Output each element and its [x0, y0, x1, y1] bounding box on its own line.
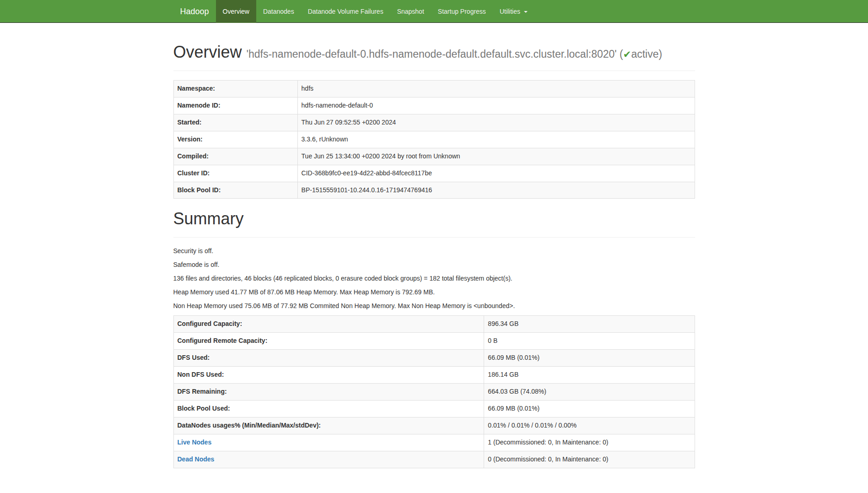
table-row: Version:3.3.6, rUnknown: [173, 131, 695, 148]
live-nodes-link[interactable]: Live Nodes: [178, 439, 212, 446]
caret-down-icon: [524, 11, 528, 13]
row-value: 0 B: [484, 332, 695, 349]
row-value: 896.34 GB: [484, 316, 695, 333]
table-row: Started:Thu Jun 27 09:52:55 +0200 2024: [173, 114, 695, 131]
row-value: 0.01% / 0.01% / 0.01% / 0.00%: [484, 417, 695, 434]
nav-item-label: Startup Progress: [438, 8, 486, 15]
row-value: 186.14 GB: [484, 366, 695, 383]
row-label-cell: Configured Remote Capacity:: [173, 332, 484, 349]
row-value: 66.09 MB (0.01%): [484, 400, 695, 417]
nav-item-datanode-volume-failures[interactable]: Datanode Volume Failures: [301, 0, 390, 23]
row-label-cell: Block Pool Used:: [173, 400, 484, 417]
row-label: Version:: [178, 135, 203, 143]
page-title-text: Overview: [173, 43, 242, 61]
table-row: Namenode ID:hdfs-namenode-default-0: [173, 97, 695, 114]
row-value: 1 (Decommissioned: 0, In Maintenance: 0): [484, 434, 695, 451]
nav-item-startup-progress[interactable]: Startup Progress: [431, 0, 493, 23]
row-value: BP-1515559101-10.244.0.16-1719474769416: [297, 182, 695, 199]
summary-paragraph: 136 files and directories, 46 blocks (46…: [173, 274, 695, 283]
row-label-cell: Cluster ID:: [173, 165, 297, 182]
nav-item-label: Datanodes: [263, 8, 294, 15]
row-value: hdfs-namenode-default-0: [297, 97, 695, 114]
status-label: active): [631, 48, 662, 60]
summary-paragraph: Heap Memory used 41.77 MB of 87.06 MB He…: [173, 288, 695, 297]
row-value: CID-368b9fc0-ee19-4d22-abbd-84fcec8117be: [297, 165, 695, 182]
nav-item-datanodes[interactable]: Datanodes: [256, 0, 301, 23]
row-label-cell: Started:: [173, 114, 297, 131]
table-row: Live Nodes1 (Decommissioned: 0, In Maint…: [173, 434, 695, 451]
page-title: Overview 'hdfs-namenode-default-0.hdfs-n…: [173, 43, 695, 61]
nav-item-overview[interactable]: Overview: [216, 0, 256, 23]
table-row: DFS Remaining:664.03 GB (74.08%): [173, 383, 695, 400]
summary-title: Summary: [173, 210, 695, 228]
table-row: Configured Remote Capacity:0 B: [173, 332, 695, 349]
summary-paragraph: Safemode is off.: [173, 260, 695, 270]
navbar: Hadoop OverviewDatanodesDatanode Volume …: [0, 0, 868, 23]
status-open-paren: (: [620, 48, 623, 60]
row-label: Non DFS Used:: [178, 371, 224, 378]
table-row: Cluster ID:CID-368b9fc0-ee19-4d22-abbd-8…: [173, 165, 695, 182]
brand-hadoop[interactable]: Hadoop: [173, 0, 216, 23]
row-label-cell: Non DFS Used:: [173, 366, 484, 383]
table-row: DataNodes usages% (Min/Median/Max/stdDev…: [173, 417, 695, 434]
row-label: Namenode ID:: [178, 102, 221, 109]
table-row: Namespace:hdfs: [173, 80, 695, 97]
row-label-cell: DFS Used:: [173, 349, 484, 366]
summary-paragraph: Non Heap Memory used 75.06 MB of 77.92 M…: [173, 302, 695, 311]
row-label: DFS Used:: [178, 354, 210, 361]
summary-paragraph: Security is off.: [173, 247, 695, 256]
namenode-info-table: Namespace:hdfsNamenode ID:hdfs-namenode-…: [173, 80, 695, 199]
row-label-cell: Version:: [173, 131, 297, 148]
nav-item-label: Datanode Volume Failures: [308, 8, 383, 15]
navbar-menu: OverviewDatanodesDatanode Volume Failure…: [216, 0, 534, 23]
row-label: Block Pool Used:: [178, 405, 230, 412]
row-label: Namespace:: [178, 85, 216, 92]
page-content: Overview 'hdfs-namenode-default-0.hdfs-n…: [167, 43, 702, 468]
table-row: Non DFS Used:186.14 GB: [173, 366, 695, 383]
nav-item-snapshot[interactable]: Snapshot: [390, 0, 431, 23]
row-label: Started:: [178, 119, 202, 126]
row-label-cell: Dead Nodes: [173, 451, 484, 468]
row-label-cell: Compiled:: [173, 148, 297, 165]
row-label-cell: Configured Capacity:: [173, 316, 484, 333]
row-label: DataNodes usages% (Min/Median/Max/stdDev…: [178, 422, 321, 429]
nav-item-label: Utilities: [500, 8, 520, 15]
info-table-body: Namespace:hdfsNamenode ID:hdfs-namenode-…: [173, 80, 695, 199]
row-value: 0 (Decommissioned: 0, In Maintenance: 0): [484, 451, 695, 468]
row-label: Configured Capacity:: [178, 320, 243, 327]
row-value: hdfs: [297, 80, 695, 97]
table-row: Block Pool Used:66.09 MB (0.01%): [173, 400, 695, 417]
nav-item-utilities[interactable]: Utilities: [493, 0, 534, 23]
summary-table: Configured Capacity:896.34 GBConfigured …: [173, 315, 695, 468]
check-icon: ✔: [623, 49, 631, 60]
summary-paragraphs: Security is off.Safemode is off.136 file…: [173, 247, 695, 311]
row-label-cell: Block Pool ID:: [173, 182, 297, 199]
table-row: DFS Used:66.09 MB (0.01%): [173, 349, 695, 366]
nav-item-label: Overview: [223, 8, 249, 15]
row-value: 66.09 MB (0.01%): [484, 349, 695, 366]
summary-table-body: Configured Capacity:896.34 GBConfigured …: [173, 316, 695, 468]
dead-nodes-link[interactable]: Dead Nodes: [178, 455, 215, 463]
table-row: Configured Capacity:896.34 GB: [173, 316, 695, 333]
table-row: Compiled:Tue Jun 25 13:34:00 +0200 2024 …: [173, 148, 695, 165]
row-label: DFS Remaining:: [178, 388, 227, 395]
row-label-cell: DFS Remaining:: [173, 383, 484, 400]
row-value: 3.3.6, rUnknown: [297, 131, 695, 148]
nav-item-label: Snapshot: [397, 8, 424, 15]
table-row: Dead Nodes0 (Decommissioned: 0, In Maint…: [173, 451, 695, 468]
namenode-status: (✔active): [620, 48, 662, 60]
row-label: Compiled:: [178, 152, 209, 160]
endpoint-text: 'hdfs-namenode-default-0.hdfs-namenode-d…: [247, 48, 617, 60]
summary-divider: [173, 237, 695, 238]
row-label-cell: DataNodes usages% (Min/Median/Max/stdDev…: [173, 417, 484, 434]
row-label: Block Pool ID:: [178, 186, 221, 194]
header-divider: [173, 70, 695, 71]
table-row: Block Pool ID:BP-1515559101-10.244.0.16-…: [173, 182, 695, 199]
row-label-cell: Live Nodes: [173, 434, 484, 451]
row-value: Tue Jun 25 13:34:00 +0200 2024 by root f…: [297, 148, 695, 165]
row-label: Cluster ID:: [178, 169, 210, 177]
row-value: Thu Jun 27 09:52:55 +0200 2024: [297, 114, 695, 131]
row-value: 664.03 GB (74.08%): [484, 383, 695, 400]
row-label: Configured Remote Capacity:: [178, 337, 268, 344]
row-label-cell: Namenode ID:: [173, 97, 297, 114]
